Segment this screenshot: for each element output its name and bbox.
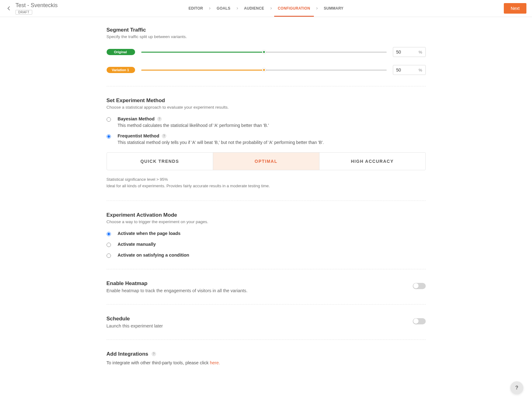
method-frequentist: Frequentist Method ? This statistical me… <box>107 133 426 145</box>
traffic-input-original[interactable] <box>396 50 419 54</box>
activation-manual: Activate manually <box>107 242 426 247</box>
heatmap-subtitle: Enable heatmap to track the engagements … <box>107 288 413 293</box>
integrations-title-row: Add Integrations ? <box>107 351 426 357</box>
tab-configuration[interactable]: CONFIGURATION <box>277 0 311 17</box>
radio-label: Bayesian Method ? <box>118 116 269 121</box>
segment-traffic-title: Segment Traffic <box>107 27 426 33</box>
page-title: Test - Sventeckis <box>15 2 58 9</box>
schedule-title: Schedule <box>107 316 413 322</box>
heatmap-title: Enable Heatmap <box>107 280 413 287</box>
tab-summary[interactable]: SUMMARY <box>323 0 345 17</box>
heatmap-row: Enable Heatmap Enable heatmap to track t… <box>107 280 426 293</box>
chevron-right-icon <box>270 7 272 10</box>
activation-page-load: Activate when the page loads <box>107 231 426 236</box>
chevron-right-icon <box>316 7 318 10</box>
activation-mode-title: Experiment Activation Mode <box>107 212 426 218</box>
radio-desc: This method calculates the statistical l… <box>118 123 269 128</box>
schedule-toggle[interactable] <box>413 318 426 324</box>
toggle-knob <box>413 283 419 288</box>
traffic-input-wrap: % <box>393 65 426 75</box>
title-area: Test - Sventeckis DRAFT <box>15 2 58 15</box>
chevron-right-icon <box>209 7 211 10</box>
level-optimal[interactable]: OPTIMAL <box>213 153 319 170</box>
segment-traffic-subtitle: Specify the traffic split up between var… <box>107 34 426 39</box>
tab-goals[interactable]: GOALS <box>215 0 231 17</box>
radio-frequentist[interactable] <box>107 134 111 139</box>
variant-row-variation1: Variation 1 % <box>107 65 426 75</box>
help-icon[interactable]: ? <box>152 352 156 356</box>
activation-radio-group: Activate when the page loads Activate ma… <box>107 231 426 258</box>
slider-thumb[interactable] <box>262 68 266 72</box>
divider <box>107 304 426 305</box>
percent-label: % <box>419 50 422 54</box>
step-tabs: EDITOR GOALS AUDIENCE CONFIGURATION SUMM… <box>187 0 345 17</box>
help-icon[interactable]: ? <box>157 117 162 121</box>
radio-bayesian[interactable] <box>107 117 111 122</box>
floating-help-button[interactable]: ? <box>510 381 523 384</box>
experiment-method-title: Set Experiment Method <box>107 98 426 104</box>
percent-label: % <box>419 68 422 72</box>
main-content: Segment Traffic Specify the traffic spli… <box>107 17 426 384</box>
activation-condition: Activate on satisfying a condition <box>107 253 426 258</box>
significance-level-tabs: QUICK TRENDS OPTIMAL HIGH ACCURACY <box>107 152 426 170</box>
significance-info: Statistical significance level > 95% Ide… <box>107 176 426 189</box>
info-line1: Statistical significance level > 95% <box>107 176 426 183</box>
schedule-subtitle: Launch this experiment later <box>107 323 413 328</box>
traffic-slider-variation1[interactable] <box>141 69 387 71</box>
method-bayesian: Bayesian Method ? This method calculates… <box>107 116 426 128</box>
help-icon[interactable]: ? <box>162 134 166 138</box>
method-radio-group: Bayesian Method ? This method calculates… <box>107 116 426 145</box>
variant-pill: Original <box>107 49 135 55</box>
label-text: Frequentist Method <box>118 133 160 138</box>
integrations-title: Add Integrations <box>107 351 148 357</box>
divider <box>107 340 426 340</box>
radio-desc: This statistical method only tells you i… <box>118 140 324 145</box>
variant-list: Original % Variation 1 % <box>107 47 426 75</box>
variant-pill: Variation 1 <box>107 67 135 73</box>
label-text: Activate manually <box>118 242 156 247</box>
toggle-knob <box>413 318 419 324</box>
integrations-link[interactable]: here. <box>210 360 220 365</box>
chevron-right-icon <box>236 7 239 10</box>
label-text: Bayesian Method <box>118 116 155 121</box>
schedule-row: Schedule Launch this experiment later <box>107 316 426 328</box>
radio-condition[interactable] <box>107 254 111 258</box>
status-badge: DRAFT <box>15 10 32 15</box>
divider <box>107 201 426 201</box>
label-text: Activate when the page loads <box>118 231 181 236</box>
divider <box>107 86 426 86</box>
tab-audience[interactable]: AUDIENCE <box>243 0 266 17</box>
info-line2: Ideal for all kinds of experiments. Prov… <box>107 183 426 189</box>
radio-label: Frequentist Method ? <box>118 133 324 138</box>
next-button[interactable]: Next <box>504 3 526 14</box>
tab-editor[interactable]: EDITOR <box>187 0 204 17</box>
activation-mode-subtitle: Choose a way to trigger the experiment o… <box>107 219 426 224</box>
slider-fill <box>141 52 264 53</box>
label-text: Activate on satisfying a condition <box>118 253 189 258</box>
integrations-prefix: To integrate with other third-party tool… <box>107 360 210 365</box>
heatmap-toggle[interactable] <box>413 283 426 289</box>
level-quick-trends[interactable]: QUICK TRENDS <box>107 153 213 170</box>
variant-row-original: Original % <box>107 47 426 57</box>
back-arrow-icon[interactable] <box>6 5 12 12</box>
traffic-input-variation1[interactable] <box>396 67 419 72</box>
traffic-input-wrap: % <box>393 47 426 57</box>
radio-page-load[interactable] <box>107 232 111 236</box>
radio-manual[interactable] <box>107 243 111 247</box>
traffic-slider-original[interactable] <box>141 51 387 53</box>
level-high-accuracy[interactable]: HIGH ACCURACY <box>319 153 425 170</box>
experiment-method-subtitle: Choose a statistical approach to evaluat… <box>107 105 426 110</box>
divider <box>107 269 426 269</box>
integrations-text: To integrate with other third-party tool… <box>107 360 426 365</box>
top-bar: Test - Sventeckis DRAFT EDITOR GOALS AUD… <box>0 0 532 17</box>
slider-fill <box>141 70 264 71</box>
slider-thumb[interactable] <box>262 50 266 54</box>
